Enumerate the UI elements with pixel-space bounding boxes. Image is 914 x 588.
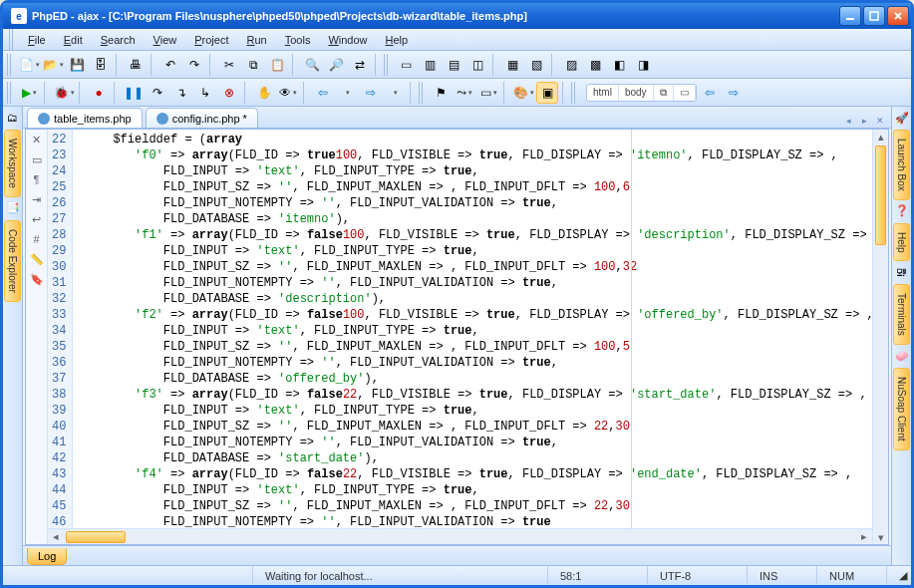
crumb-icon[interactable]: ⧉ [654,85,674,101]
scroll-up-icon[interactable]: ▴ [873,130,888,144]
eval-button[interactable]: ✋ [253,82,275,104]
tab-close-icon[interactable]: ✕ [873,114,887,128]
right-tab-nusoap[interactable]: NuSoap Client [893,368,910,449]
close-editor-icon[interactable]: ✕ [29,132,45,147]
minimize-button[interactable] [839,6,861,26]
close-button[interactable] [887,6,909,26]
menu-edit[interactable]: Edit [56,31,91,49]
toolbar-grip[interactable] [419,82,425,104]
file-tab[interactable]: config.inc.php * [146,108,258,128]
toolbar-grip[interactable] [571,82,577,104]
toolbar-grip[interactable] [384,54,390,76]
toolbar-grip[interactable] [7,54,13,76]
horizontal-scrollbar[interactable]: ◂ ▸ [48,528,872,544]
log-tab[interactable]: Log [27,548,67,565]
step-into-button[interactable]: ↴ [170,82,192,104]
gutter-indent-icon[interactable]: ⇥ [29,191,45,207]
scroll-thumb-v[interactable] [875,146,886,245]
menu-tools[interactable]: Tools [277,31,319,49]
cut-button[interactable]: ✂ [218,54,240,76]
window-layout5-button[interactable]: ◧ [608,54,630,76]
right-tab-terminals[interactable]: Terminals [893,284,910,345]
menu-help[interactable]: Help [378,31,417,49]
redo-button[interactable]: ↷ [183,54,205,76]
toolbar-grip[interactable] [7,82,13,104]
toolbar-grip[interactable] [9,29,15,51]
window-cascade-button[interactable]: ◫ [466,54,488,76]
right-tab-help[interactable]: Help [893,223,910,262]
find-in-files-button[interactable]: 🔎 [325,54,347,76]
maximize-button[interactable] [863,6,885,26]
workspace-icon[interactable]: 🗂 [5,110,21,126]
titlebar[interactable]: e PhpED - ajax - [C:\Program Files\nusph… [3,3,911,29]
print-button[interactable]: 🖶 [125,54,147,76]
left-tab-code-explorer[interactable]: Code Explorer [4,220,21,302]
replace-button[interactable]: ⇄ [349,54,371,76]
breakpoint-button[interactable]: ● [88,82,110,104]
right-tab-launch[interactable]: Launch Box [893,130,910,200]
terminals-icon[interactable]: 🖳 [894,264,910,280]
open-button[interactable]: 📂 [42,54,64,76]
crumb-icon2[interactable]: ▭ [674,85,696,101]
launch-box-icon[interactable]: 🚀 [894,110,910,126]
watch-button[interactable]: 👁 [277,82,299,104]
palette-button[interactable]: 🎨 [512,82,534,104]
copy-button[interactable]: ⧉ [242,54,264,76]
save-button[interactable]: 💾 [66,54,88,76]
vertical-scrollbar[interactable]: ▴ ▾ [872,130,888,544]
bookmark-button[interactable]: ⚑ [430,82,452,104]
debug-button[interactable]: 🐞 [53,82,75,104]
code-explorer-icon[interactable]: 📑 [5,200,21,216]
block-button[interactable]: ▭ [477,82,499,104]
nav-prev-button[interactable]: ⇦ [699,82,721,104]
nav-fwd-history[interactable] [384,82,406,104]
crumb-html[interactable]: html [587,85,619,101]
new-button[interactable]: 📄 [18,54,40,76]
menu-view[interactable]: View [146,31,185,49]
gutter-ruler-icon[interactable]: 📏 [29,251,45,267]
resize-grip[interactable]: ◢ [887,566,911,585]
left-tab-workspace[interactable]: Workspace [4,130,21,197]
pause-button[interactable]: ❚❚ [123,82,145,104]
stop-button[interactable]: ⊗ [218,82,240,104]
gutter-toggle-icon[interactable]: ▭ [29,151,45,167]
nav-back-button[interactable]: ⇦ [312,82,334,104]
code-area[interactable]: 2223242526272829303132333435363738394041… [48,130,872,528]
tab-prev-icon[interactable]: ◂ [841,114,855,128]
goto-button[interactable]: ⤳ [454,82,475,104]
window-layout1-button[interactable]: ▦ [501,54,523,76]
dom-breadcrumb[interactable]: html body ⧉ ▭ [586,84,697,102]
menu-run[interactable]: Run [239,31,275,49]
save-all-button[interactable]: 🗄 [90,54,112,76]
nusoap-icon[interactable]: 🧼 [894,348,910,364]
step-out-button[interactable]: ↳ [194,82,216,104]
scroll-left-icon[interactable]: ◂ [48,530,64,544]
window-layout3-button[interactable]: ▨ [560,54,582,76]
gutter-bookmark-icon[interactable]: 🔖 [29,271,45,287]
scroll-right-icon[interactable]: ▸ [856,530,872,544]
nav-back-history[interactable] [336,82,358,104]
find-button[interactable]: 🔍 [301,54,323,76]
window-tile-v-button[interactable]: ▤ [443,54,464,76]
menu-search[interactable]: Search [93,31,144,49]
file-tab-active[interactable]: table_items.php [27,108,143,128]
scroll-thumb[interactable] [66,531,126,543]
undo-button[interactable]: ↶ [159,54,181,76]
scroll-down-icon[interactable]: ▾ [873,530,888,544]
highlight-button[interactable]: ▣ [536,82,558,104]
menu-project[interactable]: Project [186,31,236,49]
window-layout4-button[interactable]: ▩ [584,54,606,76]
code-content[interactable]: $fielddef = (array 'f0' => array(FLD_ID … [73,130,872,528]
window-split-button[interactable]: ▭ [395,54,417,76]
paste-button[interactable]: 📋 [266,54,288,76]
crumb-body[interactable]: body [619,85,654,101]
window-layout6-button[interactable]: ◨ [632,54,654,76]
nav-next-button[interactable]: ⇨ [723,82,745,104]
run-button[interactable]: ▶ [18,82,40,104]
gutter-wrap-icon[interactable]: ↩ [29,211,45,227]
gutter-hash-icon[interactable]: # [29,231,45,247]
tab-next-icon[interactable]: ▸ [857,114,871,128]
gutter-line-icon[interactable]: ¶ [29,171,45,187]
help-icon[interactable]: ❓ [894,203,910,219]
window-tile-h-button[interactable]: ▥ [419,54,441,76]
